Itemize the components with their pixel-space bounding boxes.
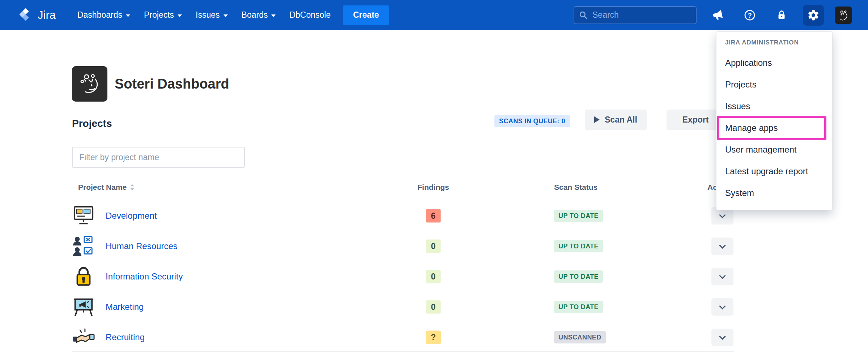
nav-item-dashboards[interactable]: Dashboards — [76, 8, 132, 22]
chevron-down-icon — [719, 211, 726, 218]
nav-item-label: DbConsole — [289, 10, 331, 20]
page-title: Soteri Dashboard — [115, 76, 229, 92]
chevron-down-icon — [224, 14, 228, 17]
column-header-scan-status: Scan Status — [554, 183, 597, 192]
nav-item-label: Issues — [196, 10, 220, 20]
row-actions-button[interactable] — [711, 298, 733, 316]
projects-table: Development 6 UP TO DATE Human Resources… — [72, 201, 734, 352]
top-navbar: Jira Dashboards Projects Issues Boards D… — [0, 0, 868, 30]
column-header-project-name[interactable]: Project Name — [78, 183, 135, 192]
chevron-down-icon — [126, 14, 130, 17]
project-link[interactable]: Human Resources — [106, 241, 178, 251]
findings-badge: 0 — [426, 240, 441, 253]
marketing-icon — [72, 296, 95, 318]
admin-menu-heading: JIRA ADMINISTRATION — [716, 39, 832, 52]
status-badge: UP TO DATE — [554, 240, 603, 252]
admin-item-user-management[interactable]: User management — [716, 139, 832, 161]
svg-text:?: ? — [748, 11, 752, 19]
brand-name: Jira — [38, 9, 56, 22]
sort-icon — [129, 183, 135, 191]
scan-all-button[interactable]: Scan All — [585, 110, 647, 130]
information-security-icon — [72, 265, 95, 288]
jira-logo-icon — [18, 7, 33, 23]
chevron-down-icon — [719, 303, 726, 309]
findings-badge: 0 — [426, 270, 441, 283]
findings-badge: 0 — [426, 300, 441, 314]
search-box — [574, 6, 697, 24]
row-actions-button[interactable] — [711, 268, 733, 285]
row-actions-button[interactable] — [711, 238, 733, 255]
project-link[interactable]: Development — [106, 211, 157, 221]
table-row: Marketing 0 UP TO DATE — [72, 292, 734, 322]
table-row: Recruiting ? UNSCANNED — [72, 322, 734, 352]
admin-item-system[interactable]: System — [716, 182, 832, 204]
page-header: Soteri Dashboard — [72, 66, 229, 102]
table-row: Development 6 UP TO DATE — [72, 201, 734, 231]
jira-administration-menu: JIRA ADMINISTRATION Applications Project… — [716, 31, 833, 210]
findings-badge: ? — [426, 331, 441, 344]
scans-in-queue-badge: SCANS IN QUEUE: 0 — [494, 115, 570, 127]
admin-item-projects[interactable]: Projects — [716, 74, 832, 95]
chevron-down-icon — [271, 14, 276, 17]
status-badge: UP TO DATE — [554, 210, 603, 222]
search-input[interactable] — [592, 10, 692, 20]
announcements-button[interactable] — [707, 5, 728, 26]
nav-item-label: Projects — [144, 10, 174, 20]
nav-item-boards[interactable]: Boards — [240, 8, 277, 22]
table-bottom-divider — [72, 351, 734, 352]
admin-settings-button[interactable] — [803, 5, 824, 26]
help-button[interactable]: ? — [739, 5, 760, 26]
nav-menu: Dashboards Projects Issues Boards DbCons… — [76, 8, 332, 22]
column-header-findings: Findings — [417, 183, 449, 192]
export-label: Export — [682, 115, 709, 125]
project-filter-input[interactable] — [72, 147, 245, 168]
chevron-down-icon — [719, 272, 726, 279]
nav-item-label: Dashboards — [77, 10, 122, 20]
jira-brand[interactable]: Jira — [18, 7, 56, 23]
search-icon — [579, 10, 588, 20]
nav-item-dbconsole[interactable]: DbConsole — [288, 8, 332, 22]
chevron-down-icon — [178, 14, 182, 17]
row-actions-button[interactable] — [711, 329, 733, 346]
project-link[interactable]: Information Security — [106, 272, 183, 282]
table-row: Information Security 0 UP TO DATE — [72, 261, 734, 292]
chevron-down-icon — [719, 333, 726, 339]
scan-all-label: Scan All — [605, 115, 637, 125]
project-link[interactable]: Marketing — [106, 302, 144, 312]
gear-icon — [807, 9, 820, 21]
status-badge: UP TO DATE — [554, 270, 603, 283]
admin-item-issues[interactable]: Issues — [716, 95, 832, 117]
project-link[interactable]: Recruiting — [106, 332, 145, 342]
soteri-logo — [72, 66, 107, 102]
megaphone-icon — [712, 9, 724, 21]
table-row: Human Resources 0 UP TO DATE — [72, 231, 734, 261]
profile-avatar[interactable] — [835, 7, 852, 24]
human-resources-icon — [72, 235, 95, 257]
chevron-down-icon — [719, 242, 726, 248]
export-button[interactable]: Export — [667, 110, 724, 130]
help-icon: ? — [744, 9, 756, 21]
lock-icon — [775, 9, 788, 21]
nav-item-label: Boards — [242, 10, 268, 20]
findings-badge: 6 — [426, 209, 441, 223]
admin-item-latest-upgrade-report[interactable]: Latest upgrade report — [716, 161, 832, 182]
column-header-label: Project Name — [78, 183, 127, 192]
development-icon — [72, 205, 95, 227]
create-button[interactable]: Create — [343, 5, 389, 25]
status-badge: UNSCANNED — [554, 331, 606, 343]
projects-section-heading: Projects — [72, 118, 112, 129]
navbar-right-cluster: ? — [574, 5, 852, 26]
nav-item-projects[interactable]: Projects — [142, 8, 183, 22]
status-badge: UP TO DATE — [554, 301, 603, 313]
play-icon — [594, 116, 600, 123]
soteri-avatar-icon — [837, 9, 850, 21]
permissions-button[interactable] — [771, 5, 792, 26]
recruiting-icon — [72, 326, 95, 349]
admin-item-applications[interactable]: Applications — [716, 52, 832, 74]
nav-item-issues[interactable]: Issues — [194, 8, 229, 22]
admin-item-manage-apps[interactable]: Manage apps — [716, 117, 832, 139]
